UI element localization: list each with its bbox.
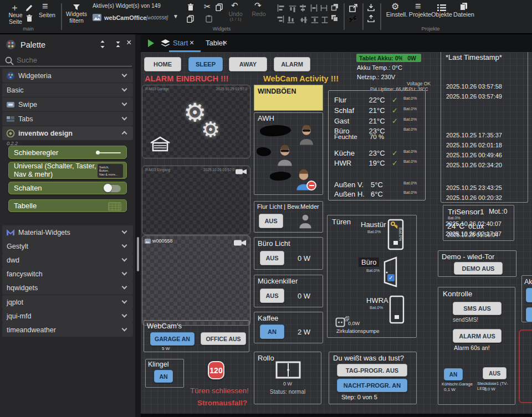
garage-cam-button[interactable]: GARAGE AN [150, 332, 195, 346]
palette-group-fancyswitch[interactable]: fancyswitch [2, 267, 133, 281]
tab-start-close-icon[interactable]: × [190, 38, 194, 47]
alarm-button[interactable]: ALARM [274, 57, 310, 71]
files-button[interactable]: Dateien [450, 11, 478, 18]
widget-schieberegler[interactable]: Schieberegler [8, 146, 127, 159]
delete-widget-icon[interactable] [187, 3, 194, 13]
fridge-button[interactable]: AN [444, 368, 463, 380]
temp-row-gast: Gast21°C✓Bat.0% [329, 117, 425, 127]
widget-universal[interactable]: Universal (Schalter, Taster, Nav & mehr)… [8, 162, 127, 179]
import-icon[interactable] [367, 3, 375, 13]
widget-select-caret-icon[interactable]: ▼ [173, 13, 178, 19]
tab-tablet-close-icon[interactable]: × [223, 38, 227, 47]
match-height-icon[interactable] [319, 17, 329, 24]
mueckenkiller-button[interactable]: AUS [260, 289, 284, 303]
distribute-v-icon[interactable] [309, 17, 319, 24]
sleep-button[interactable]: SLEEP [188, 57, 223, 71]
klingel-button[interactable]: AN [154, 370, 173, 383]
sms-button[interactable]: SMS AUS [453, 302, 502, 315]
duweisst-box: Du weißt was du tust? TAG-PROGR. AUS NAC… [329, 352, 417, 404]
door-checkbox-checked[interactable]: ✓ [387, 274, 395, 281]
match-width-icon[interactable] [320, 4, 328, 14]
home-button[interactable]: HOME [144, 57, 181, 71]
collapse-panel-icon[interactable] [114, 40, 122, 51]
align-center-h-icon[interactable] [299, 4, 306, 14]
pages-menu-icon[interactable]: ≡ [42, 1, 48, 12]
palette-group-jqui-mfd[interactable]: jqui-mfd [2, 309, 133, 323]
demo-button[interactable]: DEMO AUS [454, 262, 503, 275]
socket-button[interactable]: AUS [483, 367, 507, 379]
wled-title: Demo - wled-Tor [442, 253, 494, 261]
palette-group-dwd[interactable]: dwd [2, 253, 133, 267]
battery-label: Bat.0% [367, 229, 381, 234]
away-button[interactable]: AWAY [229, 57, 267, 71]
redo-button[interactable]: Redo [249, 11, 268, 17]
palette-group-gestylt[interactable]: Gestylt [2, 239, 133, 253]
tab-start[interactable]: Start [173, 39, 188, 47]
pages-button[interactable]: Seiten [34, 12, 60, 18]
palette-group-swipe[interactable]: Swipe [2, 97, 133, 111]
office-cam-button[interactable]: OFFICE AUS [201, 332, 246, 345]
layers-icon[interactable] [160, 39, 171, 50]
redo-icon[interactable]: ↷ [254, 1, 262, 11]
paste-icon[interactable] [206, 15, 212, 25]
widget-schalten[interactable]: Schalten [8, 182, 127, 194]
hide-widgets-icon[interactable] [347, 15, 358, 25]
kaffee-button[interactable]: AN [260, 325, 284, 339]
palette-group-basic[interactable]: Basic [2, 83, 133, 97]
wind-note[interactable]: WINDBÖEN [254, 85, 323, 111]
cut-icon[interactable]: ✂ [204, 2, 211, 12]
widget-tabelle[interactable]: Tabelle [8, 199, 127, 212]
clone-widget-icon[interactable] [187, 15, 194, 25]
palette-group-widgeteria[interactable]: Widgeteria [2, 69, 133, 83]
send-back-icon[interactable] [331, 14, 339, 24]
undo-icon[interactable]: ↶ [231, 1, 238, 11]
window-icon[interactable] [275, 361, 301, 381]
export-icon[interactable] [367, 14, 375, 24]
align-bottom-icon[interactable] [287, 17, 297, 24]
nacht-progr-button[interactable]: NACHT-PROGR. AN [337, 379, 407, 392]
dashboard-canvas[interactable]: HOME SLEEP AWAY ALARM ALARM EINBRUCH !!!… [137, 52, 532, 414]
partial-blue-button[interactable] [526, 307, 532, 322]
close-panel-icon[interactable]: × [126, 38, 131, 48]
copy-icon[interactable] [216, 3, 223, 13]
new-page-button[interactable]: Neue Seite [2, 12, 29, 25]
align-left-icon[interactable] [277, 4, 284, 14]
camera-office-widget[interactable]: w000558 [142, 235, 250, 326]
palette-group-inventwo[interactable]: inventwo design [2, 126, 133, 140]
align-top-icon[interactable] [287, 6, 297, 13]
open-in-new-icon[interactable] [349, 4, 357, 14]
projects-menu-icon[interactable]: ≡ [415, 1, 421, 12]
reorder-panel-icon[interactable] [99, 40, 106, 51]
toolbar-divider [61, 3, 62, 30]
selected-widget-name[interactable]: webCamOffice [104, 14, 146, 22]
hwra-door-icon[interactable] [389, 295, 405, 326]
partial-blue-button[interactable] [526, 288, 532, 302]
camera-eingang[interactable]: R-M03 Eingang 2025.10.26 03:57:0 [142, 166, 250, 235]
run-view-icon[interactable] [148, 39, 154, 47]
distribute-h-icon[interactable] [310, 4, 318, 14]
timestamps-title: *Last Timestamp* [446, 53, 502, 61]
filter-widgets-button[interactable]: Widgets filtern [63, 11, 90, 24]
scrollbar-handle[interactable] [137, 237, 139, 271]
battery-label: Bat.0% [403, 159, 417, 164]
flur-licht-button[interactable]: AUS [259, 214, 283, 228]
buero-licht-button[interactable]: AUS [260, 251, 284, 265]
palette-group-hqwidgets[interactable]: hqwidgets [2, 281, 133, 295]
delete-page-icon[interactable] [26, 14, 33, 24]
palette-group-tabs[interactable]: Tabs [2, 112, 133, 126]
settings-gear-icon[interactable]: ⚙ [391, 1, 399, 12]
camera-garage[interactable]: R-M03 Garage 2025.10.25 03:57:0 ⚙ ⚙ [142, 85, 250, 158]
tag-progr-button[interactable]: TAG-PROGR. AUS [337, 364, 407, 377]
bring-front-icon[interactable] [331, 3, 339, 13]
alarm-aus-button[interactable]: ALARM AUS [453, 329, 502, 343]
garage-door-icon[interactable] [149, 136, 171, 155]
buero-open-door-icon[interactable] [380, 256, 398, 290]
edit-page-icon[interactable] [25, 4, 33, 14]
search-input[interactable] [17, 54, 127, 65]
tab-tablet[interactable]: Tablet [206, 39, 225, 47]
align-center-v-icon[interactable] [298, 17, 308, 24]
palette-group-jqplot[interactable]: jqplot [2, 295, 133, 309]
palette-group-material[interactable]: Material-Widgets [2, 225, 133, 239]
align-right-icon[interactable] [277, 15, 284, 25]
palette-group-timeandweather[interactable]: timeandweather [2, 323, 133, 337]
